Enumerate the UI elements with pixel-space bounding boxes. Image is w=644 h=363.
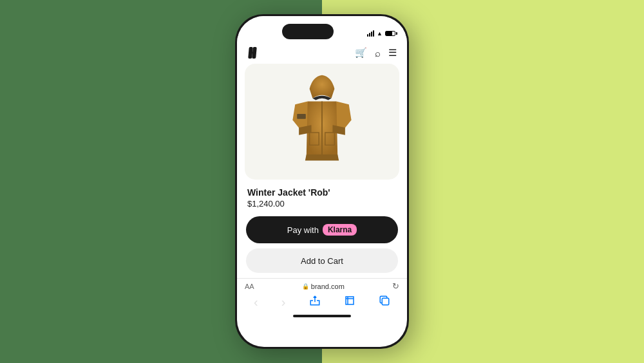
wifi-icon: ▲ — [377, 30, 383, 37]
buttons-area: Pay with Klarna Add to Cart — [237, 214, 407, 278]
lock-icon: 🔒 — [302, 283, 309, 290]
klarna-pay-label: Pay with — [287, 225, 319, 235]
battery-icon — [385, 31, 395, 36]
browser-url-text: brand.com — [311, 283, 345, 290]
product-info: Winter Jacket 'Rob' $1,240.00 — [237, 180, 407, 214]
signal-icon — [367, 30, 374, 37]
phone-screen: ▲ 🛒 ⌕ ☰ — [237, 16, 407, 347]
phone-container: ▲ 🛒 ⌕ ☰ — [235, 14, 409, 349]
product-name: Winter Jacket 'Rob' — [247, 187, 397, 198]
search-icon[interactable]: ⌕ — [375, 48, 381, 59]
browser-bar: AA 🔒 brand.com ↻ — [237, 278, 407, 292]
bookmarks-icon[interactable] — [344, 295, 355, 310]
tabs-icon[interactable] — [379, 295, 390, 310]
product-image-area — [245, 64, 399, 180]
product-price: $1,240.00 — [247, 199, 397, 209]
klarna-pay-button[interactable]: Pay with Klarna — [246, 216, 398, 243]
status-bar: ▲ — [237, 16, 407, 44]
add-to-cart-label: Add to Cart — [301, 256, 343, 266]
browser-aa-button[interactable]: AA — [245, 283, 254, 290]
share-icon[interactable] — [309, 295, 321, 310]
jacket-illustration — [280, 70, 364, 173]
bottom-nav: ‹ › — [237, 292, 407, 313]
dynamic-island — [282, 24, 334, 39]
status-icons: ▲ — [367, 30, 395, 37]
phone-frame: ▲ 🛒 ⌕ ☰ — [235, 14, 409, 349]
brand-logo — [247, 47, 256, 59]
svg-rect-3 — [382, 298, 389, 305]
nav-bar: 🛒 ⌕ ☰ — [237, 44, 407, 64]
home-indicator — [293, 315, 351, 317]
back-button[interactable]: ‹ — [254, 295, 258, 310]
refresh-icon[interactable]: ↻ — [392, 281, 399, 291]
menu-icon[interactable]: ☰ — [388, 47, 397, 59]
browser-url-area[interactable]: 🔒 brand.com — [302, 283, 345, 290]
svg-rect-1 — [297, 114, 306, 119]
cart-icon[interactable]: 🛒 — [355, 47, 367, 59]
klarna-brand-badge: Klarna — [323, 224, 357, 236]
brand-logo-bar-2 — [252, 47, 257, 59]
nav-icons: 🛒 ⌕ ☰ — [355, 47, 397, 59]
add-to-cart-button[interactable]: Add to Cart — [246, 248, 398, 273]
forward-button[interactable]: › — [281, 295, 286, 310]
